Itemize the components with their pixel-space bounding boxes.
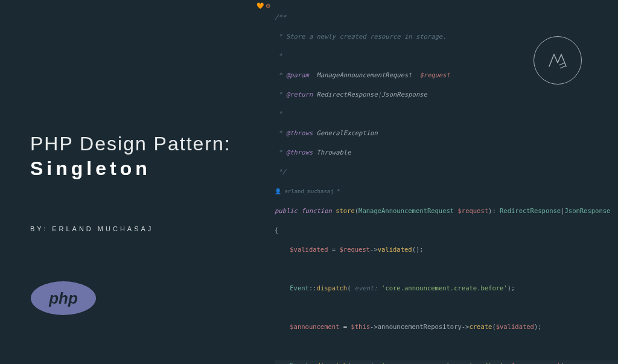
editor-gutter-icons: 🧡 ⊖ xyxy=(256,2,270,9)
code-editor-content: /** * Store a newly created resource in … xyxy=(275,2,618,364)
svg-text:php: php xyxy=(48,289,78,307)
php-logo: php xyxy=(30,281,97,316)
title-line-2: Singleton xyxy=(30,158,231,180)
author-label: BY: ERLAND MUCHASAJ xyxy=(30,225,231,232)
title-block: PHP Design Pattern: Singleton BY: ERLAND… xyxy=(30,133,231,232)
title-line-1: PHP Design Pattern: xyxy=(30,133,231,155)
